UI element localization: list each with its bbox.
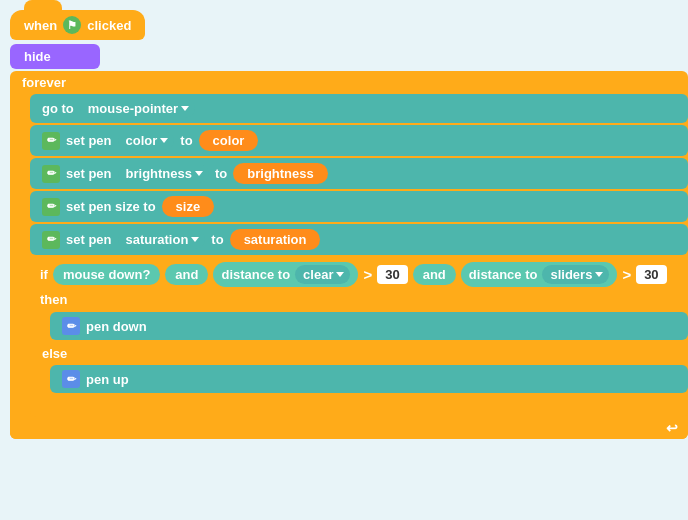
brightness-input[interactable]: brightness [233,163,327,184]
gt-symbol-1: > [363,266,372,283]
brightness-dropdown[interactable]: brightness [118,164,209,183]
if-label: if [40,267,48,282]
dropdown-arrow-icon [181,106,189,111]
dropdown-arrow-icon [160,138,168,143]
and-label-2: and [413,264,456,285]
pen-down-label: pen down [86,319,147,334]
when-clicked-block: when ⚑ clicked [10,10,145,40]
else-body: ✏ pen up [50,365,688,395]
forever-bottom: ↩ [10,417,688,439]
mouse-pointer-dropdown[interactable]: mouse-pointer [80,99,195,118]
num-input-30-1[interactable]: 30 [377,265,407,284]
then-label: then [40,292,67,307]
flag-icon: ⚑ [63,16,81,34]
saturation-input[interactable]: saturation [230,229,321,250]
if-header: if mouse down? and distance to clear [30,257,688,312]
pencil-icon-2: ✏ [42,165,60,183]
if-body: ✏ pen down [50,312,688,342]
num-input-30-2[interactable]: 30 [636,265,666,284]
pencil-down-icon: ✏ [62,317,80,335]
color-property-dropdown[interactable]: color [118,131,175,150]
go-to-label: go to [42,101,74,116]
and-label-1: and [165,264,208,285]
set-pen-size-label: set pen size to [66,199,156,214]
hide-label: hide [24,49,51,64]
set-pen-label-2: set pen [66,166,112,181]
hide-block: hide [10,44,100,69]
to-label-4: to [211,232,223,247]
rotate-icon: ↩ [666,420,678,436]
pen-down-block: ✏ pen down [50,312,688,340]
pen-up-block: ✏ pen up [50,365,688,393]
if-block: if mouse down? and distance to clear [30,257,688,417]
clicked-label: clicked [87,18,131,33]
set-pen-size-block: ✏ set pen size to size [30,191,688,222]
set-pen-saturation-block: ✏ set pen saturation to saturation [30,224,688,255]
dropdown-arrow-icon [336,272,344,277]
mouse-down-block: mouse down? [53,264,160,285]
go-to-block: go to mouse-pointer [30,94,688,123]
to-label-2: to [215,166,227,181]
else-bar: else [30,342,688,365]
dropdown-arrow-icon [595,272,603,277]
set-pen-color-block: ✏ set pen color to color [30,125,688,156]
saturation-dropdown[interactable]: saturation [118,230,206,249]
size-input[interactable]: size [162,196,215,217]
set-pen-brightness-block: ✏ set pen brightness to brightness [30,158,688,189]
set-pen-label-4: set pen [66,232,112,247]
forever-label: forever [10,71,688,94]
pencil-up-icon: ✏ [62,370,80,388]
set-pen-label-1: set pen [66,133,112,148]
color-input[interactable]: color [199,130,259,151]
sliders-dropdown[interactable]: sliders [542,265,609,284]
if-footer [30,397,688,417]
dropdown-arrow-icon [191,237,199,242]
dropdown-arrow-icon [195,171,203,176]
distance-clear-block: distance to clear [213,262,358,287]
when-label: when [24,18,57,33]
to-label-1: to [180,133,192,148]
pencil-icon: ✏ [42,132,60,150]
pencil-icon-4: ✏ [42,231,60,249]
pencil-icon-3: ✏ [42,198,60,216]
scratch-workspace: when ⚑ clicked hide forever go to mouse-… [10,10,688,439]
forever-block: forever go to mouse-pointer ✏ set pen co… [10,71,688,439]
gt-symbol-2: > [622,266,631,283]
clear-dropdown[interactable]: clear [295,265,350,284]
pen-up-label: pen up [86,372,129,387]
distance-sliders-block: distance to sliders [461,262,618,287]
